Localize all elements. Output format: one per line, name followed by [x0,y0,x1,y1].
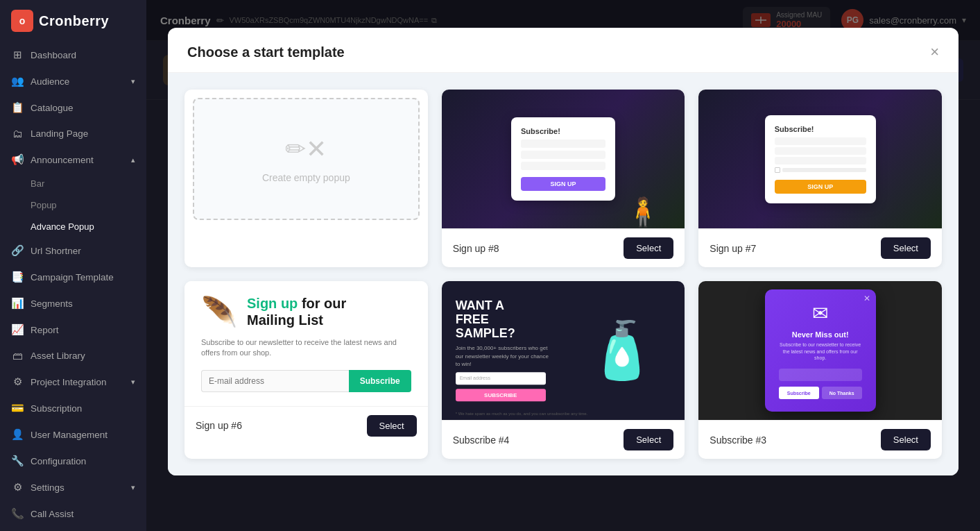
select-button-signup8[interactable]: Select [624,237,673,259]
freesample-bottle-area: 🧴 [560,281,685,420]
mailing-subscribe-button[interactable]: Subscribe [349,370,411,392]
select-button-mailing[interactable]: Select [367,415,417,437]
modal-header: Choose a start template × [168,28,958,73]
mailing-desc: Subscribe to our newsletter to receive t… [201,337,411,359]
sidebar-item-configuration[interactable]: 🔧 Configuration [0,448,146,474]
sidebar-item-asset-library[interactable]: 🗃 Asset Library [0,343,146,369]
template-name-signup7: Sign up #7 [710,243,756,254]
nevermiss-popup-card: ✕ ✉ Never Miss out! Subscribe to our new… [765,289,876,412]
signup8-field-email [521,162,605,170]
modal-title: Choose a start template [187,44,345,60]
signup7-checkbox-row [775,167,866,173]
template-name-mailing: Sign up #6 [196,420,242,431]
sidebar-sub-label: Popup [31,200,57,210]
sidebar-sub-item-advance-popup[interactable]: Advance Popup [0,216,146,237]
template-preview-signup8: Subscribe! SIGN UP 🧍 [442,90,685,228]
campaign-template-icon: 📑 [11,271,24,283]
sidebar-item-announcement[interactable]: 📢 Announcement ▴ [0,146,146,173]
feather-icon: 🪶 [201,295,237,329]
sidebar-item-label: Segments [31,298,73,309]
freesample-text-area: WANT AFREESAMPLE? Join the 30,000+ subsc… [456,299,553,401]
chevron-down-icon: ▾ [131,483,135,492]
template-preview-empty[interactable]: ✏✕ Create empty popup [193,98,420,220]
chevron-up-icon: ▴ [131,155,135,165]
sidebar-item-settings[interactable]: ⚙ Settings ▾ [0,474,146,500]
envelope-icon: ✉ [779,302,862,325]
template-preview-nevermiss: ✕ ✉ Never Miss out! Subscribe to our new… [698,281,942,420]
freesample-title: WANT AFREESAMPLE? [456,299,553,340]
sidebar-sub-item-popup[interactable]: Popup [0,194,146,216]
sidebar-logo: o Cronberry [0,0,146,42]
select-button-nevermiss[interactable]: Select [881,429,931,450]
template-footer-signup8: Sign up #8 Select [442,228,685,267]
signup8-submit: SIGN UP [521,177,605,191]
sidebar-item-label: Report [31,325,59,335]
configuration-icon: 🔧 [11,455,24,467]
sidebar-sub-item-bar[interactable]: Bar [0,173,146,194]
signup8-title: Subscribe! [521,127,605,135]
sidebar-item-label: User Management [31,430,108,440]
mailing-email-input[interactable] [201,370,349,392]
template-modal: Choose a start template × ✏✕ Create empt… [168,28,958,475]
sidebar-item-campaign-template[interactable]: 📑 Campaign Template [0,264,146,290]
settings-icon: ⚙ [11,481,24,494]
sidebar-item-user-management[interactable]: 👤 User Management [0,421,146,448]
dashboard-icon: ⊞ [11,49,24,61]
modal-close-button[interactable]: × [930,43,939,61]
nevermiss-no-thanks-button: No Thanks [822,387,862,399]
mailing-preview-bg: 🪶 Sign up for ourMailing List Subscribe … [184,281,428,406]
template-footer-signup7: Sign up #7 Select [698,228,942,267]
audience-icon: 👥 [11,75,24,87]
signup8-popup-card: Subscribe! SIGN UP [511,117,615,201]
select-button-signup7[interactable]: Select [881,237,931,259]
freesample-sub: Join the 30,000+ subscribers who get our… [456,345,553,369]
template-preview-freesample: WANT AFREESAMPLE? Join the 30,000+ subsc… [442,281,685,420]
sidebar-item-project-integration[interactable]: ⚙ Project Integration ▾ [0,369,146,395]
nevermiss-buttons: Subscribe No Thanks [779,387,862,399]
signup7-popup-card: Subscribe! SIGN UP [765,115,876,203]
sidebar-item-call-assist[interactable]: 📞 Call Assist [0,500,146,527]
template-card-mailing: 🪶 Sign up for ourMailing List Subscribe … [184,281,428,459]
template-footer-freesample: Subscribe #4 Select [442,420,685,459]
sidebar-item-landing-page[interactable]: 🗂 Landing Page [0,121,146,146]
modal-body: ✏✕ Create empty popup Subscribe! [168,73,958,475]
project-integration-icon: ⚙ [11,376,24,388]
freesample-input-placeholder: Email address [460,376,490,381]
sidebar-item-url-shortner[interactable]: 🔗 Url Shortner [0,237,146,264]
mailing-title: Sign up for ourMailing List [247,295,346,328]
sidebar-item-segments[interactable]: 📊 Segments [0,290,146,317]
template-footer-mailing: Sign up #6 Select [184,406,428,445]
segments-icon: 📊 [11,297,24,310]
signup7-submit: SIGN UP [775,180,866,194]
freesample-input-row: Email address [456,372,546,385]
report-icon: 📈 [11,323,24,336]
sidebar-item-catalogue[interactable]: 📋 Catalogue [0,94,146,121]
url-shortner-icon: 🔗 [11,244,24,257]
template-card-freesample: WANT AFREESAMPLE? Join the 30,000+ subsc… [442,281,685,459]
signup7-field-firstname [775,137,866,145]
sidebar-item-audience[interactable]: 👥 Audience ▾ [0,68,146,94]
signup7-checkbox-label [782,168,866,172]
sidebar-item-report[interactable]: 📈 Report [0,317,146,343]
sidebar-item-label: Campaign Template [31,272,114,283]
sidebar-item-label: Landing Page [31,128,88,139]
nevermiss-title: Never Miss out! [779,330,862,339]
nevermiss-email-input [779,369,862,381]
template-name-signup8: Sign up #8 [453,243,499,254]
freesample-disclaimer: * We hate spam as much as you do, and yo… [456,412,588,416]
landing-page-icon: 🗂 [11,128,24,140]
freesample-preview-bg: WANT AFREESAMPLE? Join the 30,000+ subsc… [442,281,685,420]
call-assist-icon: 📞 [11,507,24,520]
user-management-icon: 👤 [11,428,24,441]
sidebar-item-label: Audience [31,76,69,87]
template-card-empty: ✏✕ Create empty popup [184,90,428,267]
chevron-down-icon: ▾ [131,77,135,86]
sidebar-item-label: Announcement [31,155,94,165]
nevermiss-subscribe-button: Subscribe [779,387,819,399]
catalogue-icon: 📋 [11,101,24,114]
template-preview-signup7: Subscribe! SIGN UP [698,90,942,228]
sidebar-item-dashboard[interactable]: ⊞ Dashboard [0,42,146,68]
select-button-freesample[interactable]: Select [624,429,673,450]
sidebar-item-subscription[interactable]: 💳 Subscription [0,395,146,421]
logo-text: Cronberry [39,13,109,29]
